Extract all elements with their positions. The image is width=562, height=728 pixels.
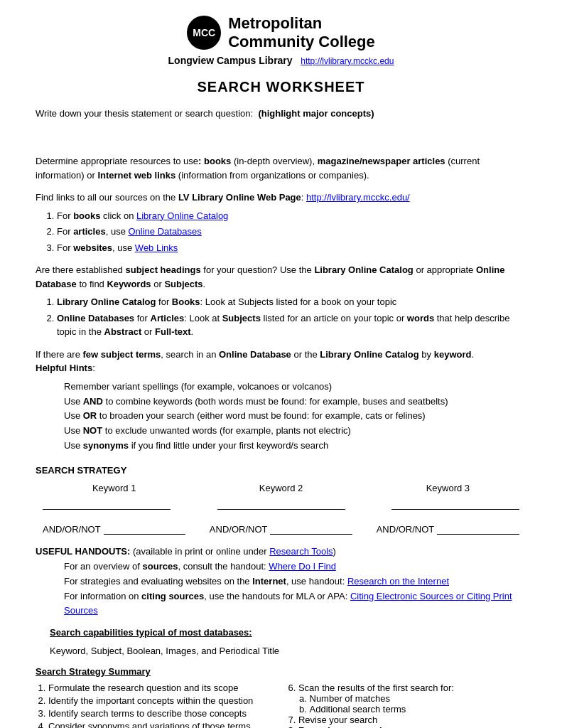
summary-col-left: Formulate the research question and its … [36, 682, 274, 728]
subject-list: Library Online Catalog for Books: Look a… [57, 295, 526, 339]
research-tools-link[interactable]: Research Tools [269, 546, 333, 557]
hint-item: Use AND to combine keywords (both words … [64, 395, 526, 410]
andornot-row: AND/OR/NOT AND/OR/NOT AND/OR/NOT [36, 523, 526, 537]
list-item: Consider synonyms and variations of thos… [48, 721, 274, 728]
andornot1: AND/OR/NOT [43, 523, 185, 537]
keyword1-line [43, 500, 171, 510]
keyword1-label: Keyword 1 [43, 481, 185, 496]
resource-list: For books click on Library Online Catalo… [57, 209, 526, 255]
useful-handouts-section: USEFUL HANDOUTS: (available in print or … [36, 545, 526, 619]
list-item: Formulate the research question and its … [48, 682, 274, 693]
search-caps-desc: Keyword, Subject, Boolean, Images, and P… [50, 644, 526, 658]
summary-right-6: 6. Scan the results of the first search … [288, 682, 527, 693]
campus-url-link[interactable]: http://lvlibrary.mcckc.edu [301, 56, 394, 66]
summary-section: Search Strategy Summary Formulate the re… [36, 666, 526, 728]
thesis-space [36, 120, 526, 146]
list-item: Identify search terms to describe those … [48, 708, 274, 719]
list-item: Additional search terms [310, 704, 527, 714]
lv-library-link[interactable]: http://lvlibrary.mcckc.edu/ [306, 192, 410, 203]
sources-line: For an overview of sources, consult the … [64, 560, 526, 574]
summary-right-8: 8. Record your search process [288, 725, 527, 728]
summary-right-7: 7. Revise your search [288, 714, 527, 725]
campus-line: Longview Campus Library http://lvlibrary… [168, 55, 394, 66]
keyword2-line [217, 500, 345, 510]
internet-line: For strategies and evaluating websites o… [64, 574, 526, 589]
hint-item: Use NOT to exclude unwanted words (for e… [64, 424, 526, 439]
keyword3-label: Keyword 3 [377, 481, 519, 496]
list-item: Identify the important concepts within t… [48, 695, 274, 706]
page-title: SEARCH WORKSHEET [36, 79, 526, 95]
thesis-section: Write down your thesis statement or sear… [36, 107, 526, 146]
find-links-section: Find links to all our sources on the LV … [36, 191, 526, 255]
few-terms-section: If there are few subject terms, search i… [36, 348, 526, 454]
college-name: Metropolitan Community College [228, 14, 375, 52]
keyword-row: Keyword 1 Keyword 2 Keyword 3 [36, 481, 526, 496]
search-capabilities-section: Search capabilities typical of most data… [36, 626, 526, 658]
subject-headings-section: Are there established subject headings f… [36, 263, 526, 339]
resources-section: Determine appropriate resources to use: … [36, 154, 526, 182]
page-header: MCC Metropolitan Community College Longv… [36, 14, 526, 66]
summary-columns: Formulate the research question and its … [36, 682, 526, 728]
list-item: Number of matches [310, 693, 527, 704]
web-links-link[interactable]: Web Links [135, 242, 178, 253]
search-caps-title: Search capabilities typical of most data… [50, 627, 252, 638]
list-item: For articles, use Online Databases [57, 225, 526, 239]
hint-item: Remember variant spellings (for example,… [64, 380, 526, 395]
list-item: Library Online Catalog for Books: Look a… [57, 295, 526, 309]
hints-block: Remember variant spellings (for example,… [64, 380, 526, 454]
search-strategy-section: SEARCH STRATEGY Keyword 1 Keyword 2 Keyw… [36, 464, 526, 537]
search-strategy-label: SEARCH STRATEGY [36, 464, 526, 478]
hint-item: Use synonyms if you find little under yo… [64, 439, 526, 454]
where-do-i-find-link[interactable]: Where Do I Find [269, 561, 336, 572]
list-item: For websites, use Web Links [57, 241, 526, 255]
list-item: Online Databases for Articles: Look at S… [57, 311, 526, 339]
citing-line: For information on citing sources, use t… [64, 589, 526, 619]
summary-left-list: Formulate the research question and its … [48, 682, 274, 728]
hint-item: Use OR to broaden your search (either wo… [64, 409, 526, 424]
library-catalog-link[interactable]: Library Online Catalog [136, 210, 228, 221]
summary-col-right: 6. Scan the results of the first search … [288, 682, 527, 728]
research-internet-link[interactable]: Research on the Internet [347, 576, 449, 587]
citing-link[interactable]: Citing Electronic Sources or Citing Prin… [64, 591, 512, 616]
keyword2-label: Keyword 2 [210, 481, 352, 496]
logo-row: MCC Metropolitan Community College [187, 14, 375, 52]
keyword3-line [391, 500, 519, 510]
list-item: For books click on Library Online Catalo… [57, 209, 526, 223]
andornot3: AND/OR/NOT [377, 523, 519, 537]
summary-title: Search Strategy Summary [36, 666, 151, 677]
andornot2: AND/OR/NOT [210, 523, 352, 537]
online-databases-link[interactable]: Online Databases [128, 226, 201, 237]
mcc-logo: MCC [187, 16, 221, 50]
keyword-lines [36, 500, 526, 510]
useful-handouts-label: USEFUL HANDOUTS: [36, 546, 130, 557]
